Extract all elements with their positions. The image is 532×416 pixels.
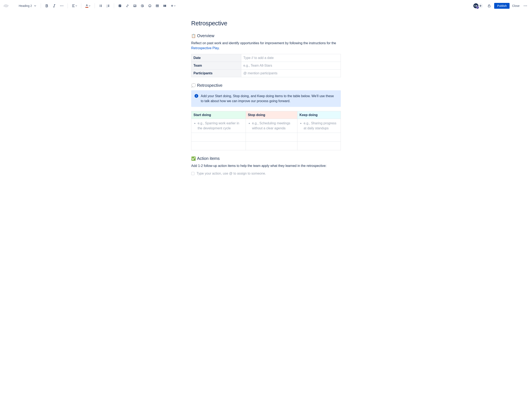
color-swatch [85, 7, 88, 8]
editor-toolbar: Heading 2 A 123 [0, 0, 532, 12]
table-button[interactable] [154, 2, 161, 9]
svg-point-11 [99, 6, 100, 7]
actions-intro[interactable]: Add 1-2 follow-up action items to help t… [191, 163, 341, 168]
alignment-button[interactable] [70, 2, 79, 9]
separator [114, 3, 114, 8]
insert-button[interactable] [169, 2, 177, 9]
avatar[interactable]: CK C [473, 3, 479, 9]
checkmark-icon: ✅ [191, 156, 196, 161]
keep-doing-header[interactable]: Keep doing [297, 111, 341, 119]
keep-doing-cell[interactable]: e.g., Sharing progress at daily standups [297, 119, 341, 133]
start-doing-cell[interactable] [191, 133, 246, 142]
start-doing-cell[interactable]: e.g., Sparring work earlier in the devel… [191, 119, 246, 133]
svg-line-0 [54, 5, 55, 7]
separator [81, 3, 81, 8]
italic-button[interactable] [51, 2, 58, 9]
table-row: Date Type // to add a date [191, 54, 341, 62]
restrictions-button[interactable] [486, 2, 493, 9]
svg-point-9 [99, 5, 100, 5]
svg-point-3 [60, 5, 61, 6]
overview-table[interactable]: Date Type // to add a date Team e.g., Te… [191, 54, 341, 77]
separator [95, 3, 95, 8]
svg-rect-29 [156, 5, 158, 7]
stop-doing-header[interactable]: Stop doing [246, 111, 297, 119]
row-value[interactable]: e.g., Team All-Stars [241, 62, 341, 70]
start-doing-header[interactable]: Start doing [191, 111, 246, 119]
svg-point-4 [61, 5, 62, 6]
section-overview[interactable]: 📋 Overview [191, 33, 341, 38]
text-style-select[interactable]: Heading 2 [17, 2, 40, 9]
text-color-button[interactable]: A [84, 2, 92, 9]
editor-content[interactable]: Retrospective 📋 Overview Reflect on past… [187, 12, 345, 184]
section-retrospective[interactable]: 💭 Retrospective [191, 83, 341, 88]
table-row: Team e.g., Team All-Stars [191, 62, 341, 70]
svg-rect-34 [165, 5, 166, 7]
more-actions-button[interactable] [522, 2, 529, 9]
chevron-down-icon [75, 5, 77, 7]
row-value[interactable]: Type // to add a date [241, 54, 341, 62]
bold-button[interactable] [43, 2, 50, 9]
keep-doing-cell[interactable] [297, 142, 341, 150]
svg-point-26 [148, 5, 151, 7]
section-heading: Action items [197, 156, 220, 161]
chevron-down-icon [174, 5, 176, 7]
action-checkbox[interactable] [191, 172, 195, 175]
emoji-button[interactable] [147, 2, 153, 9]
retro-table[interactable]: Start doing Stop doing Keep doing e.g., … [191, 111, 341, 150]
image-button[interactable] [132, 2, 138, 9]
row-value[interactable]: @ mention participants [241, 70, 341, 77]
action-item-button[interactable] [117, 2, 123, 9]
svg-point-24 [141, 5, 144, 7]
avatar-badge: C [476, 6, 479, 9]
svg-point-23 [134, 5, 135, 6]
svg-point-28 [150, 5, 150, 6]
info-icon: i [195, 94, 198, 98]
bullet-list-button[interactable] [97, 2, 104, 9]
svg-point-5 [63, 5, 63, 6]
clipboard-icon: 📋 [191, 34, 196, 38]
chevron-down-icon [34, 5, 36, 7]
stop-doing-cell[interactable] [246, 133, 297, 142]
page-title[interactable]: Retrospective [191, 20, 341, 27]
svg-point-10 [99, 5, 100, 6]
stop-doing-cell[interactable] [246, 142, 297, 150]
layouts-button[interactable] [161, 2, 168, 9]
action-item-row[interactable]: Type your action, use @ to assign to som… [191, 172, 341, 175]
numbered-list-button[interactable]: 123 [105, 2, 111, 9]
svg-point-41 [525, 5, 526, 6]
svg-point-42 [526, 5, 527, 6]
section-heading: Retrospective [197, 83, 222, 88]
table-row: e.g., Sparring work earlier in the devel… [191, 119, 341, 133]
svg-point-40 [524, 5, 524, 6]
link-button[interactable] [124, 2, 131, 9]
retrospective-play-link[interactable]: Retrospective Play [191, 46, 219, 50]
svg-rect-33 [164, 5, 165, 7]
chevron-down-icon [89, 5, 90, 7]
overview-intro[interactable]: Reflect on past work and identify opport… [191, 41, 341, 51]
close-button[interactable]: Close [510, 3, 522, 9]
svg-point-27 [149, 5, 150, 6]
keep-doing-cell[interactable] [297, 133, 341, 142]
mention-button[interactable] [139, 2, 146, 9]
info-panel[interactable]: i Add your Start doing, Stop doing, and … [191, 90, 341, 107]
publish-button[interactable]: Publish [494, 3, 510, 9]
row-label[interactable]: Date [191, 54, 241, 62]
avatar-stack: CK C [473, 3, 483, 9]
table-row [191, 142, 341, 150]
section-heading: Overview [197, 33, 214, 38]
separator [68, 3, 68, 8]
table-row: Participants @ mention participants [191, 70, 341, 77]
info-panel-text[interactable]: Add your Start doing, Stop doing, and Ke… [201, 94, 337, 104]
separator [41, 3, 41, 8]
more-formatting-button[interactable] [59, 2, 65, 9]
section-action-items[interactable]: ✅ Action items [191, 156, 341, 161]
row-label[interactable]: Team [191, 62, 241, 70]
row-label[interactable]: Participants [191, 70, 241, 77]
action-placeholder[interactable]: Type your action, use @ to assign to som… [197, 172, 266, 175]
text-style-label: Heading 2 [19, 4, 32, 8]
svg-text:3: 3 [107, 6, 108, 8]
table-row [191, 133, 341, 142]
stop-doing-cell[interactable]: e.g., Scheduling meetings without a clea… [246, 119, 297, 133]
start-doing-cell[interactable] [191, 142, 246, 150]
svg-rect-39 [488, 6, 490, 7]
